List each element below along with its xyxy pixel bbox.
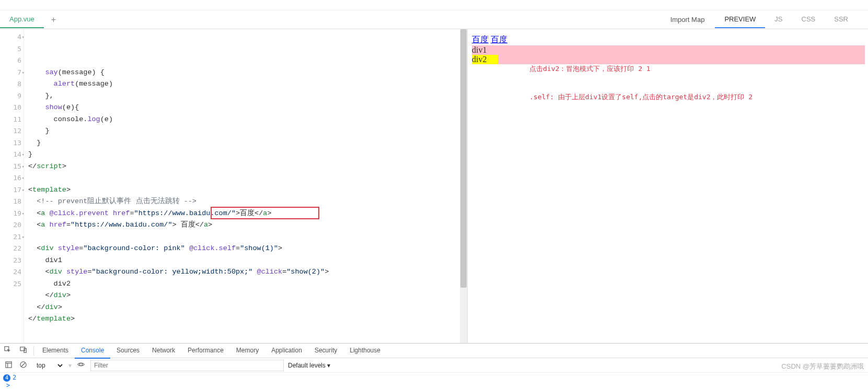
line-number: 16▾: [0, 172, 24, 184]
console-prompt[interactable]: >: [3, 382, 865, 389]
line-number: 20: [0, 219, 24, 231]
devtools-tab-performance[interactable]: Performance: [181, 343, 230, 359]
preview-tab-css[interactable]: CSS: [792, 11, 825, 28]
live-expression-icon[interactable]: [76, 361, 86, 370]
line-number-gutter: 4▾567▾891011121314▾15▾16▾17▾1819▾2021▾22…: [0, 29, 24, 343]
line-number: 11: [0, 114, 24, 126]
line-number: 14▾: [0, 149, 24, 161]
line-number: 18: [0, 196, 24, 208]
console-line: 42: [3, 374, 865, 382]
line-number: 25: [0, 278, 24, 290]
clear-console-icon[interactable]: [18, 361, 28, 370]
inspect-icon[interactable]: [0, 346, 16, 355]
preview-div2[interactable]: div2: [472, 55, 498, 64]
line-number: 13: [0, 137, 24, 149]
code-line[interactable]: }: [28, 149, 467, 161]
code-line[interactable]: },: [28, 90, 467, 102]
code-line[interactable]: <div style="background-color: yellow;wid…: [28, 266, 467, 278]
code-line[interactable]: [28, 231, 467, 243]
code-line[interactable]: }: [28, 137, 467, 149]
line-number: 17▾: [0, 184, 24, 196]
line-number: 4▾: [0, 31, 24, 43]
code-line[interactable]: say(message) {: [28, 67, 467, 79]
preview-link-2[interactable]: 百度: [491, 35, 507, 44]
console-value: 2: [13, 374, 16, 381]
log-levels-dropdown[interactable]: Default levels ▾: [288, 362, 330, 369]
annotation-line-2: .self: 由于上层div1设置了self,点击的target是div2，此时…: [529, 92, 753, 102]
devtools-tab-sources[interactable]: Sources: [110, 343, 146, 359]
code-line[interactable]: <!-- prevent阻止默认事件 点击无法跳转 -->: [28, 196, 467, 208]
code-line[interactable]: <template>: [28, 184, 467, 196]
code-line[interactable]: </div>: [28, 302, 467, 314]
line-number: 24: [0, 266, 24, 278]
devtools-panel: ElementsConsoleSourcesNetworkPerformance…: [0, 343, 868, 390]
line-number: 22: [0, 243, 24, 255]
devtools-tab-row: ElementsConsoleSourcesNetworkPerformance…: [0, 344, 868, 358]
preview-tab-group: PREVIEWJSCSSSSR: [715, 11, 868, 28]
devtools-tab-application[interactable]: Application: [265, 343, 308, 359]
line-number: 12: [0, 125, 24, 137]
line-number: 6: [0, 55, 24, 67]
annotation-overlay: 点击div2：冒泡模式下，应该打印 2 1 .self: 由于上层div1设置了…: [529, 45, 753, 121]
app-top-bar: [0, 0, 868, 10]
code-editor[interactable]: 4▾567▾891011121314▾15▾16▾17▾1819▾2021▾22…: [0, 29, 468, 343]
line-number: 23: [0, 255, 24, 267]
import-map-button[interactable]: Import Map: [660, 11, 715, 28]
code-line[interactable]: div1: [28, 255, 467, 267]
devtools-tab-security[interactable]: Security: [308, 343, 343, 359]
scrollbar-thumb[interactable]: [460, 29, 467, 288]
devtools-tab-lighthouse[interactable]: Lighthouse: [343, 343, 387, 359]
preview-tab-preview[interactable]: PREVIEW: [715, 11, 765, 28]
code-line[interactable]: div2: [28, 278, 467, 290]
code-line[interactable]: show(e){: [28, 102, 467, 114]
svg-point-5: [79, 363, 82, 365]
console-output: 42 >: [0, 373, 868, 390]
code-line[interactable]: </script>: [28, 161, 467, 173]
preview-tab-js[interactable]: JS: [765, 11, 792, 28]
context-selector[interactable]: top: [32, 360, 64, 371]
console-filter-input[interactable]: [90, 360, 284, 371]
code-line[interactable]: </div>: [28, 290, 467, 302]
line-number: 7▾: [0, 67, 24, 79]
devtools-tab-console[interactable]: Console: [75, 343, 110, 359]
code-line[interactable]: alert(message): [28, 78, 467, 90]
code-line[interactable]: <a @click.prevent href="https://www.baid…: [28, 208, 467, 220]
line-number: 15▾: [0, 161, 24, 173]
preview-tab-ssr[interactable]: SSR: [825, 11, 858, 28]
devtools-tab-network[interactable]: Network: [146, 343, 181, 359]
new-tab-button[interactable]: +: [44, 11, 63, 29]
tab-row: App.vue + Import Map PREVIEWJSCSSSSR: [0, 10, 868, 29]
code-line[interactable]: <a href="https://www.baidu.com/"> 百度</a>: [28, 219, 467, 231]
devtools-tab-elements[interactable]: Elements: [36, 343, 75, 359]
annotation-line-1: 点击div2：冒泡模式下，应该打印 2 1: [529, 64, 753, 74]
devtools-tab-memory[interactable]: Memory: [230, 343, 265, 359]
preview-pane: 百度 百度 div1 div2 点击div2：冒泡模式下，应该打印 2 1 .s…: [468, 29, 868, 343]
line-number: 21▾: [0, 231, 24, 243]
div2-text: div2: [472, 55, 487, 64]
div1-text: div1: [472, 45, 487, 54]
device-toggle-icon[interactable]: [16, 346, 31, 355]
code-line[interactable]: console.log(e): [28, 114, 467, 126]
line-number: 10: [0, 102, 24, 114]
code-line[interactable]: </template>: [28, 313, 467, 325]
svg-rect-3: [5, 361, 11, 367]
preview-link-1[interactable]: 百度: [472, 35, 489, 44]
line-number: 19▾: [0, 208, 24, 220]
code-area[interactable]: say(message) { alert(message) }, show(e)…: [24, 29, 467, 343]
console-sidebar-icon[interactable]: [3, 361, 14, 370]
preview-div1[interactable]: div1 div2 点击div2：冒泡模式下，应该打印 2 1 .self: 由…: [472, 45, 865, 64]
code-line[interactable]: }: [28, 125, 467, 137]
console-toolbar: top ▾ Default levels ▾: [0, 358, 868, 373]
repeat-count-badge: 4: [3, 374, 10, 382]
scrollbar-track[interactable]: [460, 29, 467, 343]
file-tab-app-vue[interactable]: App.vue: [0, 11, 44, 28]
code-line[interactable]: <div style="background-color: pink" @cli…: [28, 243, 467, 255]
line-number: 9: [0, 90, 24, 102]
line-number: 8: [0, 78, 24, 90]
line-number: 5: [0, 43, 24, 55]
code-line[interactable]: [28, 172, 467, 184]
